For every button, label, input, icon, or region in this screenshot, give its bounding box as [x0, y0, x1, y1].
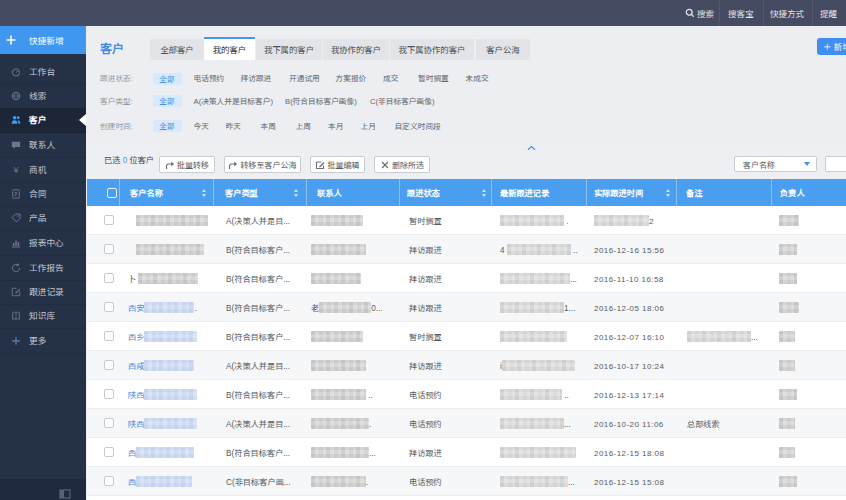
svg-text:¥: ¥	[12, 165, 19, 175]
